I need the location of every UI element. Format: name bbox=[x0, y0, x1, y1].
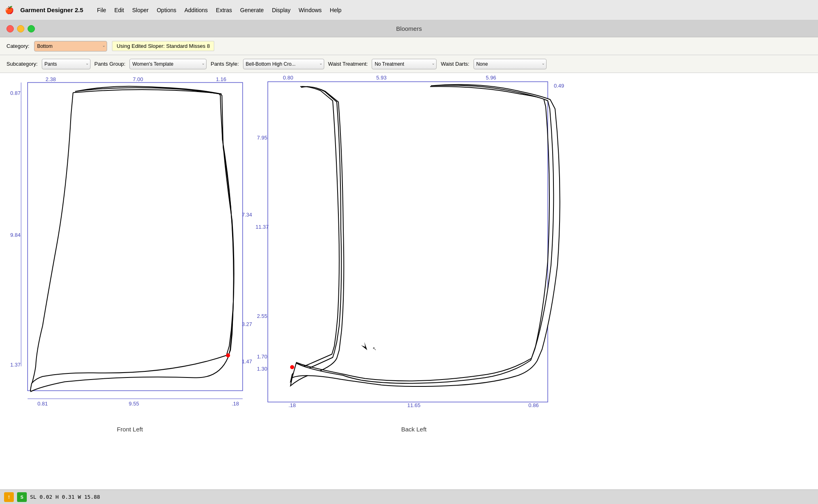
svg-text:7.95: 7.95 bbox=[257, 135, 267, 141]
subcategory-select[interactable]: Pants bbox=[42, 59, 90, 69]
svg-text:5.93: 5.93 bbox=[376, 75, 386, 81]
svg-text:1.37: 1.37 bbox=[10, 362, 20, 368]
toolbar-row2: Subcategory: Pants Pants Group: Women's … bbox=[0, 55, 818, 73]
svg-text:0.86: 0.86 bbox=[528, 402, 538, 408]
svg-point-23 bbox=[290, 365, 294, 369]
window-controls bbox=[6, 25, 35, 32]
svg-text:0.87: 0.87 bbox=[10, 90, 20, 96]
svg-text:0.80: 0.80 bbox=[283, 75, 293, 81]
menu-extras[interactable]: Extras bbox=[212, 5, 236, 15]
svg-text:5.96: 5.96 bbox=[486, 75, 496, 81]
svg-text:11.65: 11.65 bbox=[407, 402, 421, 408]
svg-text:.18: .18 bbox=[232, 401, 239, 407]
waist-darts-select[interactable]: None bbox=[474, 59, 547, 69]
svg-text:↖: ↖ bbox=[372, 346, 377, 352]
close-button[interactable] bbox=[6, 25, 14, 32]
sloper-info: Using Edited Sloper: Standard Misses 8 bbox=[112, 41, 214, 51]
toolbar-row1: Category: Bottom Using Edited Sloper: St… bbox=[0, 37, 818, 55]
svg-text:9.84: 9.84 bbox=[10, 232, 20, 238]
apple-logo-icon: 🍎 bbox=[5, 6, 14, 15]
pants-group-label: Pants Group: bbox=[95, 61, 126, 67]
pants-group-dropdown-wrapper[interactable]: Women's Template bbox=[129, 59, 207, 69]
svg-text:7.00: 7.00 bbox=[133, 76, 143, 82]
pants-group-select[interactable]: Women's Template bbox=[129, 59, 207, 69]
category-label: Category: bbox=[6, 43, 29, 49]
maximize-button[interactable] bbox=[28, 25, 35, 32]
svg-text:Back Left: Back Left bbox=[401, 426, 427, 433]
waist-treatment-label: Waist Treatment: bbox=[328, 61, 368, 67]
svg-text:0.49: 0.49 bbox=[554, 83, 564, 89]
menu-sloper[interactable]: Sloper bbox=[128, 5, 153, 15]
menu-display[interactable]: Display bbox=[268, 5, 295, 15]
svg-text:2.55: 2.55 bbox=[257, 313, 267, 319]
status-green-icon: S bbox=[17, 492, 27, 502]
svg-text:.18: .18 bbox=[288, 402, 296, 408]
menu-edit[interactable]: Edit bbox=[110, 5, 128, 15]
window-title: Bloomers bbox=[396, 25, 422, 32]
pants-style-dropdown-wrapper[interactable]: Bell-Bottom High Cro... bbox=[243, 59, 324, 69]
svg-text:11.37: 11.37 bbox=[256, 224, 269, 230]
svg-text:9.55: 9.55 bbox=[129, 401, 139, 407]
pattern-svg: 2.38 7.00 1.16 0.87 9.84 1.37 7.34 3.27 … bbox=[0, 73, 818, 489]
svg-text:1.16: 1.16 bbox=[216, 76, 226, 82]
waist-treatment-select[interactable]: No Treatment bbox=[372, 59, 437, 69]
svg-point-2 bbox=[226, 354, 230, 358]
category-dropdown-wrapper[interactable]: Bottom bbox=[34, 41, 107, 51]
pants-style-label: Pants Style: bbox=[211, 61, 239, 67]
menu-generate[interactable]: Generate bbox=[236, 5, 268, 15]
menu-windows[interactable]: Windows bbox=[295, 5, 326, 15]
status-h: H 0.31 bbox=[56, 494, 75, 500]
waist-darts-label: Waist Darts: bbox=[441, 61, 469, 67]
waist-treatment-dropdown-wrapper[interactable]: No Treatment bbox=[372, 59, 437, 69]
menu-help[interactable]: Help bbox=[326, 5, 346, 15]
warning-icon: ! bbox=[4, 492, 14, 502]
svg-text:0.81: 0.81 bbox=[37, 401, 47, 407]
svg-text:3.27: 3.27 bbox=[242, 321, 252, 327]
svg-text:1.47: 1.47 bbox=[242, 358, 252, 365]
minimize-button[interactable] bbox=[17, 25, 24, 32]
svg-text:7.34: 7.34 bbox=[242, 212, 252, 218]
svg-text:1.30: 1.30 bbox=[257, 366, 267, 372]
pants-style-select[interactable]: Bell-Bottom High Cro... bbox=[243, 59, 324, 69]
category-select[interactable]: Bottom bbox=[34, 41, 107, 51]
menu-options[interactable]: Options bbox=[153, 5, 180, 15]
main-canvas: 2.38 7.00 1.16 0.87 9.84 1.37 7.34 3.27 … bbox=[0, 73, 818, 489]
menu-file[interactable]: File bbox=[93, 5, 110, 15]
waist-darts-dropdown-wrapper[interactable]: None bbox=[474, 59, 547, 69]
status-w: W 15.88 bbox=[78, 494, 100, 500]
status-sl: SL 0.02 bbox=[30, 494, 52, 500]
menu-additions[interactable]: Additions bbox=[180, 5, 212, 15]
subcategory-label: Subcategory: bbox=[6, 61, 38, 67]
app-name: Garment Designer 2.5 bbox=[20, 6, 83, 13]
statusbar: ! S SL 0.02 H 0.31 W 15.88 bbox=[0, 489, 818, 504]
svg-text:1.70: 1.70 bbox=[257, 354, 267, 360]
titlebar: Bloomers bbox=[0, 20, 818, 37]
menubar: 🍎 Garment Designer 2.5 File Edit Sloper … bbox=[0, 0, 818, 20]
svg-text:2.38: 2.38 bbox=[45, 76, 56, 82]
svg-text:Front Left: Front Left bbox=[117, 426, 143, 433]
subcategory-dropdown-wrapper[interactable]: Pants bbox=[42, 59, 90, 69]
